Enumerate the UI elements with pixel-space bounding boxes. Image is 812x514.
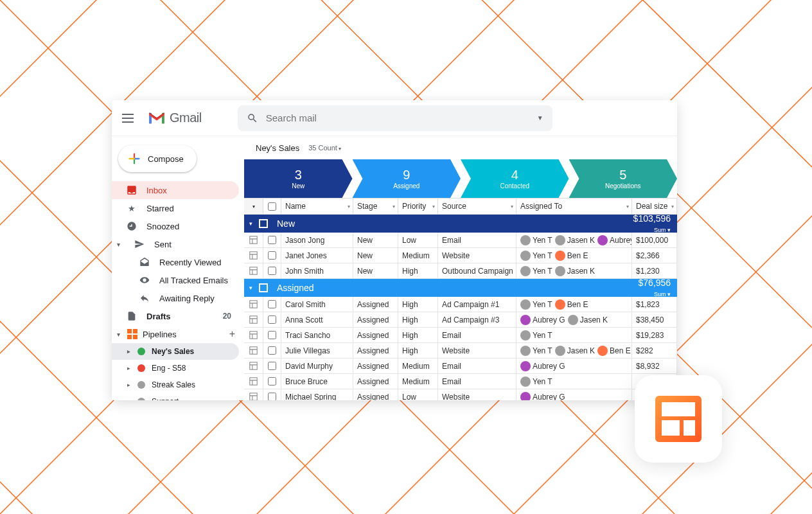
row-checkbox[interactable] — [268, 300, 276, 308]
row-checkbox-cell[interactable] — [263, 328, 281, 342]
cell-name[interactable]: Janet Jones — [281, 248, 353, 263]
row-checkbox[interactable] — [268, 267, 276, 275]
column-source[interactable]: Source▾ — [438, 199, 516, 214]
hamburger-menu-icon[interactable] — [122, 111, 137, 126]
cell-name[interactable]: Anna Scott — [281, 312, 353, 327]
assignee-chip[interactable]: Yen T — [520, 299, 552, 310]
search-options-dropdown-icon[interactable]: ▼ — [537, 114, 543, 121]
column-priority[interactable]: Priority▾ — [398, 199, 438, 214]
cell-priority[interactable]: High — [398, 263, 438, 278]
nav-sent[interactable]: ▾ Sent — [112, 235, 239, 253]
cell-deal-size[interactable]: $282 — [632, 343, 677, 358]
expand-row-icon[interactable] — [244, 312, 263, 327]
row-checkbox[interactable] — [268, 362, 276, 370]
cell-deal-size[interactable]: $1,230 — [632, 263, 677, 278]
cell-stage[interactable]: Assigned — [353, 312, 398, 327]
assignee-chip[interactable]: Aubrey G — [520, 361, 565, 371]
cell-assigned[interactable]: Yen TBen E — [516, 248, 632, 263]
cell-deal-size[interactable]: $100,000 — [632, 233, 677, 247]
pipelines-header[interactable]: ▾ Pipelines + — [112, 325, 244, 343]
assignee-chip[interactable]: Aubrey G — [520, 392, 565, 401]
expand-row-icon[interactable] — [244, 343, 263, 358]
cell-deal-size[interactable]: $2,366 — [632, 248, 677, 263]
expand-row-icon[interactable] — [244, 328, 263, 342]
table-row[interactable]: Bruce BruceAssignedMediumEmailYen T — [244, 374, 677, 389]
row-checkbox[interactable] — [268, 393, 276, 400]
row-checkbox-cell[interactable] — [263, 374, 281, 389]
cell-source[interactable]: Email — [438, 233, 516, 247]
cell-stage[interactable]: Assigned — [353, 389, 398, 400]
row-checkbox-cell[interactable] — [263, 263, 281, 278]
cell-priority[interactable]: High — [398, 343, 438, 358]
cell-assigned[interactable]: Aubrey G — [516, 389, 632, 400]
row-checkbox-cell[interactable] — [263, 389, 281, 400]
cell-source[interactable]: Ad Campaign #3 — [438, 312, 516, 327]
group-checkbox[interactable] — [259, 283, 268, 292]
cell-source[interactable]: Website — [438, 389, 516, 400]
row-checkbox-cell[interactable] — [263, 248, 281, 263]
row-checkbox-cell[interactable] — [263, 233, 281, 247]
table-row[interactable]: Julie VillegasAssignedHighWebsiteYen TJa… — [244, 343, 677, 359]
assignee-chip[interactable]: Jasen K — [568, 315, 608, 325]
cell-stage[interactable]: New — [353, 263, 398, 278]
assignee-chip[interactable]: Ben E — [597, 346, 631, 356]
assignee-chip[interactable]: Yen T — [520, 251, 552, 261]
nav-drafts[interactable]: Drafts 20 — [112, 307, 239, 325]
cell-deal-size[interactable]: $38,450 — [632, 312, 677, 327]
select-all-column[interactable] — [263, 199, 281, 214]
cell-source[interactable]: Email — [438, 374, 516, 389]
row-checkbox-cell[interactable] — [263, 297, 281, 312]
row-checkbox[interactable] — [268, 377, 276, 386]
row-checkbox[interactable] — [268, 331, 276, 339]
cell-name[interactable]: Carol Smith — [281, 297, 353, 312]
cell-assigned[interactable]: Aubrey GJasen K — [516, 312, 632, 327]
column-assigned-to[interactable]: Assigned To▾ — [516, 199, 632, 214]
cell-deal-size[interactable]: $8,932 — [632, 359, 677, 373]
chevron-right-icon[interactable]: ▸ — [127, 382, 131, 388]
select-all-checkbox[interactable] — [268, 202, 276, 211]
cell-priority[interactable]: High — [398, 328, 438, 342]
gmail-logo[interactable]: Gmail — [148, 111, 202, 125]
table-row[interactable]: John SmithNewHighOutbound CampaignYen TJ… — [244, 263, 677, 279]
nav-awaiting-reply[interactable]: Awaiting Reply — [112, 289, 239, 307]
row-checkbox[interactable] — [268, 346, 276, 355]
expand-row-icon[interactable] — [244, 233, 263, 247]
cell-source[interactable]: Website — [438, 343, 516, 358]
search-bar[interactable]: ▼ — [238, 105, 552, 131]
cell-assigned[interactable]: Yen TJasen KAubrey G — [516, 233, 632, 247]
cell-assigned[interactable]: Yen T — [516, 374, 632, 389]
assignee-chip[interactable]: Yen T — [520, 330, 552, 341]
expand-row-icon[interactable] — [244, 389, 263, 400]
nav-starred[interactable]: ★ Starred — [112, 199, 239, 217]
cell-name[interactable]: Jason Jong — [281, 233, 353, 247]
group-checkbox[interactable] — [259, 219, 268, 228]
stage-chevron[interactable]: 5Negotiations — [569, 159, 678, 198]
row-checkbox-cell[interactable] — [263, 312, 281, 327]
pipeline-count-dropdown[interactable]: 35 Count — [308, 144, 341, 152]
expand-all-column[interactable] — [244, 199, 263, 214]
cell-priority[interactable]: Low — [398, 233, 438, 247]
pipeline-item[interactable]: ▸Support — [112, 393, 239, 400]
row-checkbox-cell[interactable] — [263, 343, 281, 358]
table-row[interactable]: Carol SmithAssignedHighAd Campaign #1Yen… — [244, 297, 677, 312]
assignee-chip[interactable]: Yen T — [520, 235, 552, 245]
cell-assigned[interactable]: Aubrey G — [516, 359, 632, 373]
cell-name[interactable]: Michael Spring — [281, 389, 353, 400]
assignee-chip[interactable]: Yen T — [520, 346, 552, 356]
expand-row-icon[interactable] — [244, 248, 263, 263]
stage-chevron[interactable]: 9Assigned — [353, 159, 461, 198]
assignee-chip[interactable]: Ben E — [555, 299, 588, 310]
cell-source[interactable]: Outbound Campaign — [438, 263, 516, 278]
cell-source[interactable]: Email — [438, 328, 516, 342]
assignee-chip[interactable]: Jasen K — [555, 346, 595, 356]
assignee-chip[interactable]: Jasen K — [555, 266, 595, 276]
chevron-right-icon[interactable]: ▸ — [127, 365, 131, 371]
cell-name[interactable]: David Murphy — [281, 359, 353, 373]
expand-row-icon[interactable] — [244, 374, 263, 389]
cell-assigned[interactable]: Yen TJasen KBen E — [516, 343, 632, 358]
cell-priority[interactable]: High — [398, 297, 438, 312]
sum-label[interactable]: Sum ▾ — [654, 227, 671, 233]
cell-assigned[interactable]: Yen T — [516, 328, 632, 342]
assignee-chip[interactable]: Ben E — [555, 251, 588, 261]
column-name[interactable]: Name▾ — [281, 199, 353, 214]
